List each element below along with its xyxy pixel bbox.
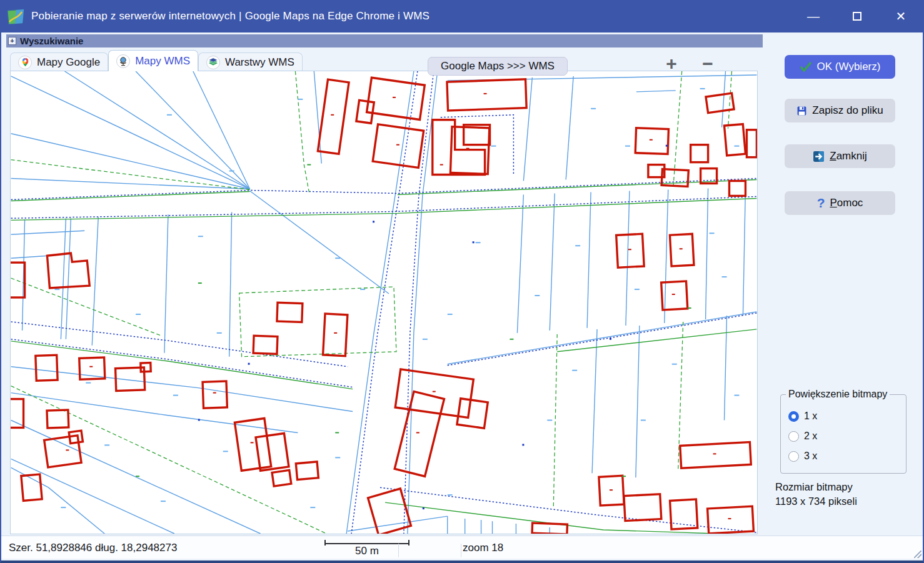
map-zoom-out-button[interactable]: −	[694, 54, 721, 74]
bitmap-size-info: Rozmiar bitmapy 1193 x 734 pikseli	[775, 480, 857, 509]
globe-icon	[116, 54, 130, 68]
question-icon: ?	[817, 196, 825, 211]
tab-label: Mapy Google	[37, 56, 100, 69]
wms-map-canvas	[11, 71, 757, 534]
wms-map-viewport[interactable]	[10, 71, 758, 534]
tab-mapy-wms[interactable]: Mapy WMS	[108, 50, 198, 71]
close-icon: ✕	[896, 9, 906, 24]
floppy-icon	[796, 106, 807, 116]
title-bar: Pobieranie map z serwerów internetowych …	[1, 0, 923, 32]
coordinates-readout: Szer. 51,8928846 dług. 18,2948273	[9, 542, 177, 554]
scale-label: 50 m	[324, 545, 409, 557]
close-button-label: Zamknij	[830, 150, 867, 162]
map-zoom-in-button[interactable]: +	[658, 54, 685, 74]
bitmap-zoom-group-title: Powiększenie bitmapy	[786, 389, 890, 400]
radio-selected-icon[interactable]	[788, 411, 799, 422]
save-to-file-button[interactable]: Zapisz do pliku	[785, 99, 895, 122]
exit-arrow-icon	[813, 151, 825, 162]
maximize-button[interactable]	[835, 0, 879, 32]
map-utility-lines	[11, 180, 757, 534]
expand-plus-icon[interactable]: +	[8, 37, 16, 45]
status-divider	[398, 544, 399, 557]
tab-label: Mapy WMS	[135, 55, 190, 67]
close-window-button[interactable]: ✕	[879, 0, 923, 32]
radio-icon[interactable]	[788, 451, 799, 462]
map-green-ticks	[136, 165, 691, 477]
status-divider	[461, 544, 461, 557]
map-utility-lines-dashed	[11, 71, 732, 534]
check-icon	[800, 62, 812, 72]
map-parcel-lines	[11, 71, 757, 534]
help-button[interactable]: ? Pomoc	[785, 191, 895, 215]
bitmap-size-value: 1193 x 734 pikseli	[775, 494, 857, 509]
radio-icon[interactable]	[788, 431, 799, 442]
close-button[interactable]: Zamknij	[785, 144, 895, 168]
tab-bar: Mapy Google Mapy WMS Warstwy WMS	[10, 50, 303, 71]
google-maps-pin-icon	[18, 56, 32, 69]
window-title: Pobieranie map z serwerów internetowych …	[31, 10, 429, 22]
tab-warstwy-wms[interactable]: Warstwy WMS	[198, 52, 303, 71]
tab-label: Warstwy WMS	[225, 56, 294, 69]
zoom-level-readout: zoom 18	[463, 542, 503, 554]
map-buildings	[11, 77, 756, 534]
radio-1x[interactable]: 1 x	[788, 410, 906, 422]
help-button-label: Pomoc	[830, 197, 863, 209]
app-map-icon	[6, 8, 25, 24]
bitmap-size-label: Rozmiar bitmapy	[775, 480, 857, 494]
tab-mapy-google[interactable]: Mapy Google	[10, 52, 108, 71]
radio-2x[interactable]: 2 x	[788, 430, 906, 442]
app-window: Pobieranie map z serwerów internetowych …	[0, 0, 924, 563]
window-controls: — ✕	[791, 0, 923, 32]
ok-button[interactable]: OK (Wybierz)	[785, 55, 895, 79]
maximize-icon	[853, 12, 861, 21]
status-bar: Szer. 51,8928846 dług. 18,2948273 50 m z…	[1, 536, 923, 559]
save-button-label: Zapisz do pliku	[812, 104, 883, 117]
transfer-mode-chip[interactable]: Google Maps >>> WMS	[428, 57, 568, 76]
bitmap-zoom-group: Powiększenie bitmapy 1 x 2 x 3 x	[780, 389, 906, 474]
map-boundary-lines	[11, 71, 757, 534]
ok-button-label: OK (Wybierz)	[817, 61, 881, 73]
minimize-icon: —	[807, 9, 820, 24]
layers-icon	[206, 56, 220, 69]
search-panel-label: Wyszukiwanie	[20, 36, 83, 46]
resize-grip[interactable]	[914, 551, 921, 558]
radio-3x[interactable]: 3 x	[788, 450, 906, 462]
minimize-button[interactable]: —	[791, 0, 835, 32]
scale-bar	[324, 543, 409, 544]
search-panel-header[interactable]: + Wyszukiwanie	[6, 34, 763, 47]
